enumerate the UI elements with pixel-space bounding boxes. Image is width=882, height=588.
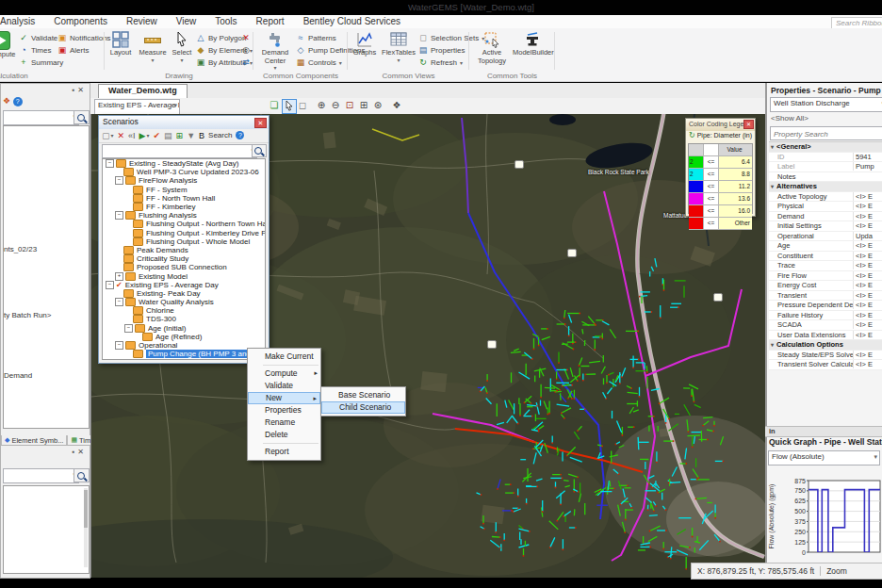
property-category-row[interactable]: ▾Calculation Options	[769, 340, 882, 351]
scenario-tree-icon[interactable]: ⊞	[176, 131, 184, 140]
property-row[interactable]: Demand<I> E	[769, 212, 882, 222]
scenario-tree-item[interactable]: TDS-300	[103, 315, 265, 323]
property-row[interactable]: Energy Cost<I> E	[769, 281, 882, 291]
menu-item-make-current[interactable]: Make Current	[248, 351, 320, 363]
property-row[interactable]: ID5941	[769, 153, 882, 163]
make-current-icon[interactable]: ✔	[154, 131, 161, 140]
property-row[interactable]: Initial Settings<I> E	[769, 221, 882, 232]
zoom-extents-icon[interactable]: ⊞	[357, 99, 370, 112]
property-category-row[interactable]: ▾Alternatives	[769, 182, 882, 192]
property-row[interactable]: OperationalUpda	[769, 232, 882, 242]
scenarios-search-combo[interactable]: ▾	[102, 144, 257, 158]
zoom-out-icon[interactable]: ⊖	[329, 99, 342, 112]
modify-icon-item[interactable]: ⇄	[241, 57, 251, 69]
modelbuilder-button[interactable]: ModelBuilder	[513, 31, 552, 57]
graphs-button[interactable]: Graphs	[351, 31, 379, 57]
scenario-layers-icon[interactable]: ❏	[268, 99, 281, 112]
tree-expander[interactable]: −	[124, 324, 133, 333]
scenario-tree-item[interactable]: Well PMP-3 Curve Updated 2023-06	[103, 168, 265, 176]
left-search-combo[interactable]: ▾	[3, 110, 79, 125]
property-row[interactable]: Constituent<I> E	[769, 252, 882, 262]
scenarios-search-button[interactable]	[252, 144, 267, 157]
demand-center-button[interactable]: Demand Center▾	[256, 31, 294, 72]
show-all-link[interactable]: <Show All>	[771, 114, 808, 122]
close-icon[interactable]: ✕	[743, 120, 754, 129]
menu-tab-analysis[interactable]: Analysis	[0, 15, 44, 28]
tree-expander[interactable]: −	[115, 298, 123, 306]
scenario-tree-item[interactable]: Pump Change (BH PMP 3 and ST PMP 1	[103, 350, 265, 358]
scenario-tree-item[interactable]: Proposed SUB Connection	[103, 263, 265, 271]
menu-item-child-scenario[interactable]: Child Scenario	[321, 401, 405, 414]
scrollbar[interactable]	[84, 488, 88, 567]
tree-expander[interactable]: −	[106, 281, 114, 289]
scenario-tree-item[interactable]: Existing- Peak Day	[103, 289, 265, 298]
find-icon-item[interactable]: ◎	[241, 44, 251, 57]
scenario-tree-item[interactable]: −Operational	[103, 341, 265, 350]
element-combo[interactable]: Well Station Discharge▾	[770, 97, 882, 112]
property-row[interactable]: Fire Flow<I> E	[769, 271, 882, 282]
tree-expander[interactable]: −	[115, 341, 123, 350]
property-row[interactable]: LabelPump	[769, 162, 882, 172]
menu-item-validate[interactable]: Validate	[248, 380, 320, 392]
list-item[interactable]: ty Batch Run>	[4, 311, 51, 319]
scenario-tree-item[interactable]: −Age (Initial)	[103, 324, 265, 333]
expand-icon[interactable]: ▼	[187, 131, 195, 140]
scenario-tree-item[interactable]: Chlorine	[103, 306, 265, 315]
new-scenario-icon[interactable]: ▢	[102, 131, 110, 140]
selection-marquee-icon[interactable]: ◻	[296, 99, 309, 112]
zoom-window-icon[interactable]: ⊡	[343, 99, 356, 112]
compute-button[interactable]: Compute	[0, 31, 15, 59]
search-toggle-icon[interactable]: B	[199, 131, 204, 140]
scenario-tree-item[interactable]: Peak Demands	[103, 246, 265, 254]
select-button[interactable]: Select▾	[170, 31, 194, 64]
scenario-tree-item[interactable]: Flushing Output - Kimberley Drive Flushi…	[103, 229, 265, 237]
property-row[interactable]: Transient Solver Calculation Opti<I> E	[769, 360, 882, 370]
property-row[interactable]: Failure History<I> E	[769, 311, 882, 321]
scenario-tree-item[interactable]: Flushing Output - Whole Model	[103, 237, 265, 246]
property-category-row[interactable]: ▾<General>	[769, 142, 882, 153]
scenario-tree-item[interactable]: Criticality Study	[103, 254, 265, 263]
tree-expander[interactable]: −	[115, 211, 123, 220]
menu-tab-view[interactable]: View	[167, 15, 206, 28]
report-icon[interactable]: ▤	[164, 131, 172, 140]
left-panel-list[interactable]: nts_02/23ty Batch Run>Demand	[3, 125, 90, 429]
menu-item-delete[interactable]: Delete	[248, 429, 320, 441]
left-bottom-list[interactable]	[3, 485, 90, 574]
scenario-combo[interactable]: Existing EPS - Average Day▾	[94, 99, 180, 115]
menu-item-compute[interactable]: Compute▸	[248, 368, 320, 380]
scenario-tree-item[interactable]: −Water Quality Analysis	[103, 298, 265, 306]
menu-item-new[interactable]: New▸	[248, 392, 320, 404]
scenario-tree-item[interactable]: FF - North Town Hall	[103, 194, 265, 203]
tree-expander[interactable]: −	[115, 176, 123, 185]
panel-pin-close-2[interactable]: ▪✕	[72, 448, 87, 456]
property-row[interactable]: Active Topology<I> E	[769, 192, 882, 203]
scenario-tree-item[interactable]: −Existing - SteadyState (Avg Day)	[103, 159, 265, 168]
property-row[interactable]: Age<I> E	[769, 241, 882, 252]
scenario-tree-item[interactable]: Age (Refined)	[103, 333, 265, 341]
close-icon[interactable]: ✕	[77, 448, 87, 456]
tree-expander[interactable]: −	[106, 159, 114, 168]
property-row[interactable]: Steady State/EPS Solver Calculati<I> E	[769, 351, 882, 361]
property-row[interactable]: User Data Extensions<I> E	[769, 331, 882, 341]
measure-button[interactable]: Measure▾	[138, 31, 168, 64]
close-icon[interactable]: ✕	[254, 118, 267, 128]
panel-pin-close[interactable]: ▪✕	[72, 86, 87, 94]
menu-tab-tools[interactable]: Tools	[205, 15, 246, 28]
property-row[interactable]: Notes	[769, 172, 882, 183]
left-search-button[interactable]	[74, 110, 90, 124]
scenario-tree-item[interactable]: −Flushing Analysis	[103, 211, 265, 220]
rename-icon[interactable]: «I	[128, 131, 136, 140]
list-item[interactable]: nts_02/23	[4, 245, 37, 253]
property-row[interactable]: Physical<I> E	[769, 202, 882, 212]
help-icon[interactable]: ?	[13, 97, 23, 106]
list-item[interactable]: Demand	[4, 371, 32, 380]
pan-icon[interactable]: ❖	[390, 99, 403, 112]
menu-item-report[interactable]: Report	[248, 446, 320, 458]
scenario-tree-item[interactable]: FF - Kimberley	[103, 203, 265, 211]
menu-item-properties[interactable]: Properties	[248, 404, 320, 416]
panel-tool-icon[interactable]: ❖	[3, 96, 10, 106]
menu-tab-review[interactable]: Review	[117, 15, 167, 28]
scenario-tree-item[interactable]: +Existing Model	[103, 271, 265, 280]
help-icon[interactable]: ?	[236, 131, 244, 139]
controls-item[interactable]: ▦Controls▾	[296, 57, 365, 69]
